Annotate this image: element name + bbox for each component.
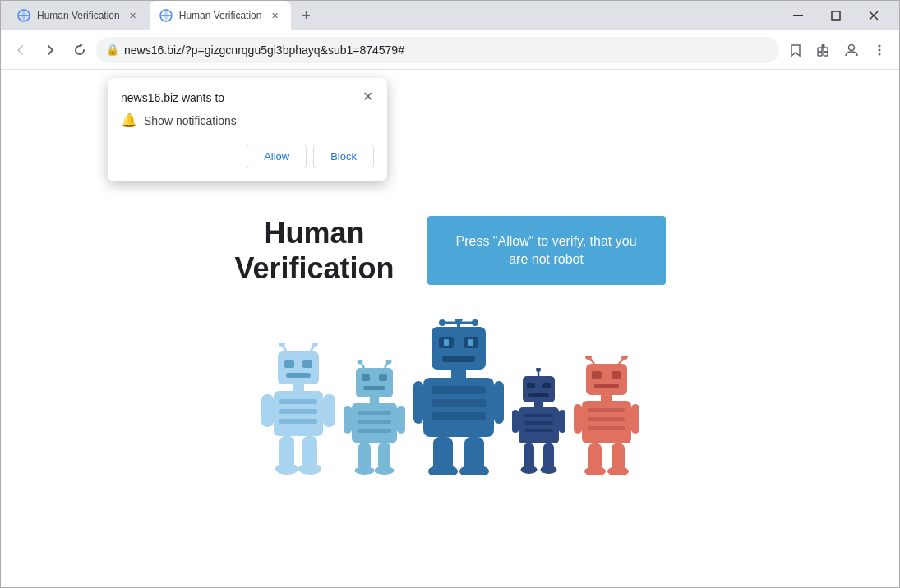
- window-controls: [779, 1, 893, 30]
- svg-rect-53: [432, 327, 486, 370]
- bell-icon: 🔔: [121, 113, 137, 128]
- svg-rect-2: [793, 15, 803, 16]
- svg-point-109: [584, 466, 606, 475]
- svg-rect-10: [822, 44, 825, 48]
- svg-rect-81: [534, 402, 543, 407]
- browser-window: Human Verification ✕ Human Verification …: [0, 0, 900, 588]
- svg-point-90: [520, 466, 537, 474]
- svg-rect-82: [519, 407, 559, 443]
- robot-2: [344, 360, 405, 475]
- tab-1-title: Human Verification: [37, 10, 120, 21]
- maximize-button[interactable]: [817, 1, 855, 30]
- svg-rect-85: [524, 429, 553, 432]
- svg-rect-49: [358, 443, 371, 471]
- svg-rect-103: [588, 417, 625, 421]
- svg-rect-97: [592, 371, 602, 379]
- tab-2-title: Human Verification: [179, 10, 262, 21]
- page-heading: Human Verification: [234, 215, 394, 286]
- svg-rect-101: [582, 401, 631, 443]
- svg-rect-29: [323, 394, 335, 427]
- svg-rect-105: [574, 404, 582, 434]
- tab-2-close[interactable]: ✕: [268, 9, 281, 22]
- svg-rect-26: [279, 409, 317, 414]
- svg-point-51: [354, 466, 374, 475]
- svg-rect-104: [588, 426, 625, 430]
- heading-line2: Verification: [234, 251, 394, 285]
- allow-button[interactable]: Allow: [247, 145, 307, 168]
- popup-title: news16.biz wants to: [121, 91, 374, 104]
- svg-rect-78: [527, 383, 535, 388]
- svg-rect-22: [286, 373, 311, 378]
- svg-rect-50: [378, 443, 390, 471]
- new-tab-button[interactable]: +: [294, 4, 317, 27]
- svg-rect-84: [524, 421, 553, 425]
- close-button[interactable]: [855, 1, 893, 30]
- svg-point-11: [849, 44, 855, 50]
- robot-1: [261, 343, 335, 475]
- svg-rect-20: [284, 360, 294, 368]
- popup-notification-text: Show notifications: [144, 114, 237, 127]
- profile-button[interactable]: [838, 37, 865, 63]
- svg-rect-62: [468, 339, 473, 346]
- svg-rect-42: [370, 397, 379, 403]
- svg-rect-41: [363, 386, 385, 390]
- block-button[interactable]: Block: [313, 145, 374, 168]
- svg-rect-25: [279, 399, 317, 404]
- svg-point-73: [428, 465, 458, 475]
- svg-rect-64: [451, 370, 466, 378]
- svg-rect-28: [261, 394, 274, 427]
- svg-rect-15: [278, 351, 319, 384]
- robot-5: [574, 356, 639, 475]
- extensions-button[interactable]: [810, 37, 837, 63]
- svg-rect-98: [612, 371, 621, 379]
- tab-2[interactable]: Human Verification ✕: [150, 1, 292, 30]
- svg-rect-45: [358, 420, 391, 424]
- reload-button[interactable]: [67, 37, 93, 63]
- svg-rect-46: [358, 429, 391, 433]
- popup-close-button[interactable]: ✕: [358, 86, 377, 106]
- svg-rect-63: [442, 356, 475, 362]
- svg-rect-23: [293, 384, 304, 391]
- svg-rect-27: [279, 419, 317, 424]
- robots-row: [261, 319, 639, 475]
- address-bar[interactable]: 🔒 news16.biz/?p=gizgcnrqgu5gi3bphayq&sub…: [96, 37, 779, 63]
- svg-point-77: [536, 368, 541, 372]
- svg-rect-102: [588, 408, 625, 412]
- tab-2-favicon: [159, 9, 173, 22]
- svg-rect-92: [586, 364, 627, 395]
- svg-rect-39: [362, 374, 370, 381]
- heading-line1: Human: [264, 216, 364, 250]
- svg-rect-70: [494, 381, 504, 424]
- svg-rect-61: [444, 339, 449, 346]
- svg-point-58: [472, 319, 478, 326]
- svg-rect-67: [432, 399, 486, 407]
- svg-rect-79: [542, 383, 551, 388]
- svg-rect-3: [832, 11, 840, 20]
- page-content: ✕ news16.biz wants to 🔔 Show notificatio…: [1, 70, 899, 587]
- svg-point-110: [607, 466, 629, 475]
- popup-notification-row: 🔔 Show notifications: [121, 113, 374, 128]
- svg-rect-34: [356, 368, 393, 397]
- svg-rect-106: [631, 404, 639, 434]
- back-button[interactable]: [7, 37, 34, 63]
- svg-rect-68: [432, 412, 486, 420]
- tab-1[interactable]: Human Verification ✕: [7, 1, 150, 30]
- minimize-button[interactable]: [779, 1, 817, 30]
- tab-1-close[interactable]: ✕: [127, 9, 140, 22]
- svg-point-32: [275, 463, 298, 475]
- svg-rect-87: [559, 410, 565, 433]
- svg-point-33: [298, 463, 321, 475]
- bookmark-button[interactable]: [782, 37, 809, 63]
- tab-1-favicon: [17, 9, 30, 22]
- svg-rect-99: [594, 384, 619, 388]
- svg-rect-47: [344, 406, 352, 434]
- svg-rect-21: [302, 360, 312, 368]
- menu-button[interactable]: [866, 37, 893, 63]
- verify-box: Press "Allow" to verify, that you are no…: [427, 216, 666, 286]
- svg-rect-66: [432, 386, 486, 394]
- notification-popup: ✕ news16.biz wants to 🔔 Show notificatio…: [108, 78, 387, 181]
- svg-rect-9: [824, 52, 828, 56]
- svg-rect-75: [523, 376, 555, 402]
- forward-button[interactable]: [37, 37, 63, 63]
- svg-point-91: [540, 466, 556, 474]
